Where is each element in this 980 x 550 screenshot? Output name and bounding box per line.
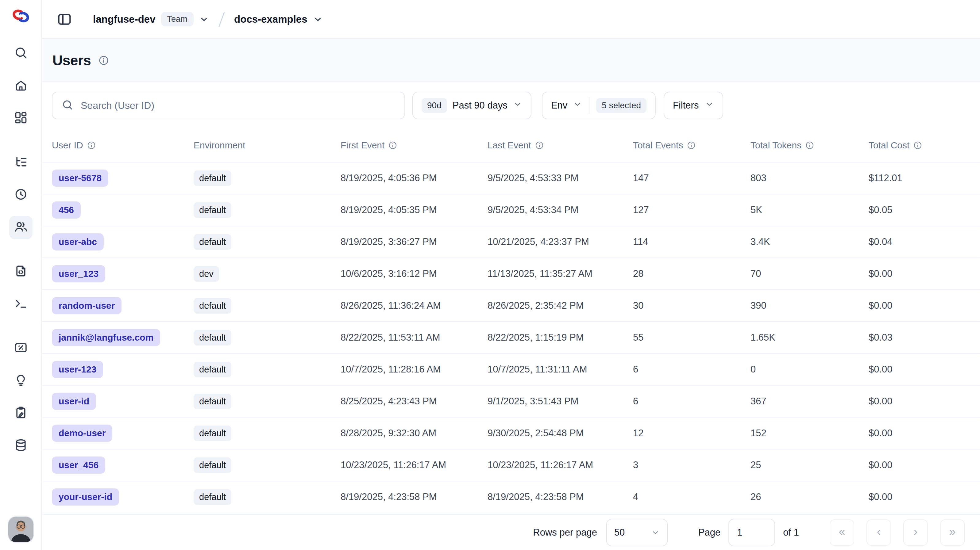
main-area: langfuse-dev Team docs-examples Users	[42, 0, 980, 550]
first-page-button[interactable]: «	[830, 519, 854, 546]
clock-icon	[14, 188, 28, 202]
table-header-row: User ID Environment First Event Last Eve…	[42, 129, 980, 162]
rows-per-page-select[interactable]: 50	[606, 519, 668, 546]
sidebar-item-playground[interactable]	[9, 292, 32, 316]
sidebar-item-dashboards[interactable]	[9, 107, 32, 130]
table-row[interactable]: random-user default 8/26/2025, 11:36:24 …	[42, 290, 980, 322]
next-page-button[interactable]: ›	[903, 519, 928, 546]
total-cost-cell: $0.00	[869, 268, 980, 279]
double-chevron-left-icon: «	[838, 525, 845, 538]
first-event-cell: 10/6/2025, 3:16:12 PM	[340, 268, 488, 279]
user-id-badge[interactable]: user_456	[52, 456, 105, 474]
user-id-badge[interactable]: 456	[52, 201, 81, 219]
project-chevron-down-icon[interactable]	[313, 14, 323, 24]
search-input[interactable]	[81, 100, 395, 111]
first-event-cell: 8/22/2025, 11:53:11 AM	[340, 332, 488, 343]
page-number-input[interactable]	[729, 519, 775, 546]
last-event-cell: 9/5/2025, 4:53:33 PM	[488, 173, 633, 184]
sidebar-item-prompts[interactable]	[9, 260, 32, 283]
sidebar-item-sessions[interactable]	[9, 183, 32, 207]
column-header-total-cost[interactable]: Total Cost	[869, 140, 980, 151]
environment-badge: default	[194, 234, 231, 250]
last-page-button[interactable]: »	[940, 519, 965, 546]
total-events-cell: 147	[633, 173, 751, 184]
info-icon	[535, 141, 544, 150]
filters-button[interactable]: Filters	[663, 92, 723, 119]
total-tokens-cell: 1.65K	[751, 332, 869, 343]
langfuse-logo-icon[interactable]	[12, 9, 30, 25]
sidebar-item-users[interactable]	[9, 216, 32, 239]
user-id-badge[interactable]: demo-user	[52, 425, 112, 442]
total-cost-cell: $0.00	[869, 460, 980, 471]
total-tokens-cell: 5K	[751, 204, 869, 216]
user-id-badge[interactable]: user-5678	[52, 170, 108, 187]
user-id-badge[interactable]: random-user	[52, 297, 121, 314]
table-row[interactable]: user-5678 default 8/19/2025, 4:05:36 PM …	[42, 162, 980, 194]
sidebar-toggle-icon[interactable]	[57, 12, 72, 27]
user-id-badge[interactable]: your-user-id	[52, 488, 119, 506]
page-title-info-icon[interactable]	[98, 55, 109, 66]
sidebar-item-scores[interactable]	[9, 337, 32, 360]
table-row[interactable]: user_456 default 10/23/2025, 11:26:17 AM…	[42, 449, 980, 481]
last-event-cell: 10/21/2025, 4:23:37 PM	[488, 236, 633, 247]
first-event-cell: 8/25/2025, 4:23:43 PM	[340, 396, 488, 407]
rows-per-page-label: Rows per page	[533, 527, 597, 538]
filter-toolbar: 90d Past 90 days Env 5 selected Filters	[42, 82, 980, 129]
info-icon	[913, 141, 922, 150]
total-tokens-cell: 803	[751, 173, 869, 184]
breadcrumb-project[interactable]: docs-examples	[234, 13, 307, 25]
score-card-icon	[14, 341, 28, 356]
column-header-last-event[interactable]: Last Event	[488, 140, 633, 151]
breadcrumb-workspace[interactable]: langfuse-dev	[93, 13, 156, 25]
column-header-user-id[interactable]: User ID	[52, 140, 194, 151]
date-range-label: Past 90 days	[453, 100, 508, 111]
sidebar-item-search[interactable]	[9, 42, 32, 65]
user-avatar[interactable]	[8, 517, 33, 542]
table-row[interactable]: user-abc default 8/19/2025, 3:36:27 PM 1…	[42, 226, 980, 258]
table-row[interactable]: user_123 dev 10/6/2025, 3:16:12 PM 11/13…	[42, 258, 980, 290]
total-tokens-cell: 3.4K	[751, 236, 869, 247]
table-row[interactable]: your-user-id default 8/19/2025, 4:23:58 …	[42, 481, 980, 513]
page-title: Users	[52, 52, 91, 69]
user-id-badge[interactable]: user-id	[52, 393, 96, 410]
info-icon	[687, 141, 696, 150]
total-cost-cell: $0.00	[869, 300, 980, 311]
previous-page-button[interactable]: ‹	[867, 519, 891, 546]
user-id-badge[interactable]: user-123	[52, 361, 103, 378]
sidebar-item-datasets[interactable]	[9, 434, 32, 457]
user-id-badge[interactable]: user-abc	[52, 233, 104, 250]
table-row[interactable]: demo-user default 8/28/2025, 9:32:30 AM …	[42, 418, 980, 449]
table-row[interactable]: user-123 default 10/7/2025, 11:28:16 AM …	[42, 354, 980, 386]
info-icon	[388, 141, 397, 150]
first-event-cell: 10/7/2025, 11:28:16 AM	[340, 364, 488, 375]
environment-badge: default	[194, 362, 231, 377]
column-header-total-events[interactable]: Total Events	[633, 140, 751, 151]
sidebar-item-tracing[interactable]	[9, 151, 32, 174]
sidebar-item-insights[interactable]	[9, 369, 32, 392]
column-header-total-tokens[interactable]: Total Tokens	[751, 140, 869, 151]
chevron-down-icon	[513, 100, 522, 111]
user-id-badge[interactable]: jannik@langfuse.com	[52, 329, 160, 346]
last-event-cell: 9/30/2025, 2:54:48 PM	[488, 428, 633, 439]
sidebar-item-home[interactable]	[9, 74, 32, 97]
user-id-badge[interactable]: user_123	[52, 265, 105, 282]
sidebar-item-annotation[interactable]	[9, 402, 32, 425]
search-box	[52, 92, 405, 119]
date-range-button[interactable]: 90d Past 90 days	[412, 92, 531, 119]
chevron-down-icon	[651, 528, 660, 537]
database-icon	[14, 438, 28, 453]
total-tokens-cell: 367	[751, 396, 869, 407]
table-row[interactable]: 456 default 8/19/2025, 4:05:35 PM 9/5/20…	[42, 194, 980, 226]
table-row[interactable]: user-id default 8/25/2025, 4:23:43 PM 9/…	[42, 386, 980, 418]
total-cost-cell: $0.00	[869, 428, 980, 439]
total-events-cell: 114	[633, 236, 751, 247]
column-header-first-event[interactable]: First Event	[340, 140, 488, 151]
workspace-chevron-down-icon[interactable]	[199, 14, 209, 24]
column-header-environment[interactable]: Environment	[194, 140, 340, 151]
environment-filter-button[interactable]: Env 5 selected	[542, 92, 656, 119]
table-row[interactable]: jannik@langfuse.com default 8/22/2025, 1…	[42, 322, 980, 354]
last-event-cell: 8/19/2025, 4:23:58 PM	[488, 491, 633, 502]
filters-label: Filters	[673, 100, 698, 111]
app-window: langfuse-dev Team docs-examples Users	[0, 0, 980, 550]
environment-badge: default	[194, 489, 231, 505]
